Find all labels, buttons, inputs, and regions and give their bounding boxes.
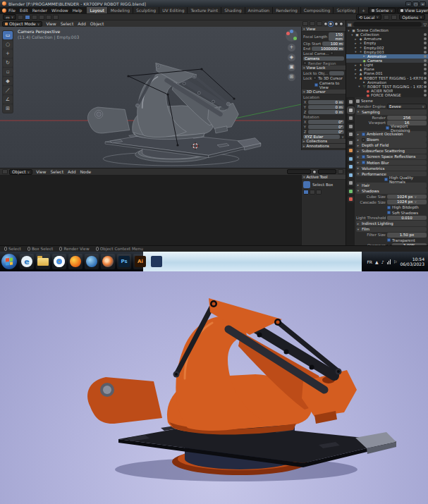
select-box-tool-icon[interactable] bbox=[303, 181, 310, 188]
visibility-eye-icon[interactable] bbox=[424, 72, 427, 75]
active-tool-dropdown[interactable]: ▭∨ bbox=[3, 14, 16, 20]
render-engine-dropdown[interactable]: Eevee∨ bbox=[387, 104, 427, 109]
action-center-flag-icon[interactable]: ⚐ bbox=[393, 259, 397, 264]
visibility-eye-icon[interactable] bbox=[424, 94, 427, 97]
zoom-icon[interactable]: + bbox=[288, 44, 295, 51]
visibility-eye-icon[interactable] bbox=[424, 63, 427, 66]
shader-menu-node[interactable]: Node bbox=[78, 169, 94, 174]
to-3d-cursor-checkbox[interactable] bbox=[313, 76, 317, 80]
properties-tab-world[interactable] bbox=[348, 140, 354, 146]
bone-joint[interactable] bbox=[176, 144, 178, 146]
viewport-menu-view[interactable]: View bbox=[44, 21, 58, 26]
menu-file[interactable]: File bbox=[6, 8, 18, 13]
grid-toggle-icon[interactable]: ⊞ bbox=[288, 73, 295, 81]
properties-tab-render[interactable] bbox=[348, 107, 354, 113]
shader-mode-dropdown[interactable]: Object∨ bbox=[9, 169, 32, 175]
hidden-icons-arrow[interactable]: ▲ bbox=[375, 259, 379, 264]
tool-rotate[interactable]: ↻ bbox=[3, 59, 13, 67]
viewport-menu-add[interactable]: Add bbox=[75, 21, 88, 26]
active-tool-header[interactable]: ▾Active Tool bbox=[302, 175, 346, 180]
view-end-field[interactable]: 1000000 m bbox=[312, 47, 344, 51]
language-indicator[interactable]: FR bbox=[367, 259, 372, 264]
visibility-eye-icon[interactable] bbox=[424, 77, 427, 80]
editor-type-icon[interactable] bbox=[2, 169, 8, 174]
properties-tab-particles[interactable] bbox=[348, 164, 354, 170]
properties-tab-view-layer[interactable] bbox=[348, 123, 354, 130]
transform-orientation-dropdown[interactable]: ⟲Local∨ bbox=[356, 14, 381, 20]
camera-select-field[interactable]: Camera bbox=[303, 56, 344, 61]
prop-soft-shadows-checkbox[interactable] bbox=[387, 211, 391, 214]
taskbar-icon-chrome[interactable] bbox=[52, 254, 66, 269]
axis-z-handle[interactable] bbox=[290, 30, 293, 33]
taskbar-icon-firefox[interactable] bbox=[68, 254, 82, 269]
shading-rendered-icon[interactable] bbox=[339, 22, 343, 26]
scene-selector[interactable]: Scene∨ bbox=[369, 8, 396, 13]
visibility-eye-icon[interactable] bbox=[424, 51, 427, 54]
camera-view-icon[interactable]: ▣ bbox=[288, 63, 295, 71]
filter-icon[interactable]: ▽ bbox=[423, 22, 427, 27]
shader-menu-view[interactable]: View bbox=[34, 169, 48, 174]
shading-material-icon[interactable] bbox=[334, 22, 338, 26]
lock-object-field[interactable] bbox=[329, 71, 344, 75]
properties-tab-material[interactable] bbox=[348, 196, 354, 202]
collections-panel-header[interactable]: ▸Collections bbox=[302, 139, 346, 144]
tool-annotate[interactable]: ／ bbox=[3, 86, 13, 94]
properties-tab-constraints[interactable] bbox=[348, 180, 354, 186]
shading-solid-icon[interactable] bbox=[329, 22, 333, 26]
taskbar-icon-file-explorer[interactable] bbox=[36, 254, 50, 269]
prop-screen-space-reflections-checkbox[interactable] bbox=[362, 155, 365, 159]
viewport-menu-object[interactable]: Object bbox=[88, 21, 106, 26]
menu-edit[interactable]: Edit bbox=[18, 8, 30, 13]
tool-settings-icon-1[interactable] bbox=[25, 15, 30, 20]
start-button[interactable] bbox=[1, 254, 17, 269]
menu-window[interactable]: Window bbox=[49, 8, 71, 13]
cursor-rotation-y[interactable]: 0° bbox=[308, 125, 344, 129]
cursor-rotation-z[interactable]: 0° bbox=[308, 130, 344, 134]
workspace-tab-texture-paint[interactable]: Texture Paint bbox=[188, 7, 221, 13]
tool-cursor[interactable]: ○ bbox=[3, 40, 13, 49]
properties-tab-object[interactable] bbox=[348, 147, 354, 154]
pin-icon[interactable] bbox=[338, 169, 343, 174]
tool-add-primitive[interactable]: ⊞ bbox=[3, 104, 13, 113]
workspace-tab-sculpting[interactable]: Sculpting bbox=[133, 7, 159, 13]
properties-tab-scene[interactable] bbox=[348, 131, 354, 137]
visibility-eye-icon[interactable] bbox=[424, 59, 427, 62]
tool-settings-icon-0[interactable] bbox=[18, 15, 23, 20]
workspace-tab-rendering[interactable]: Rendering bbox=[273, 7, 301, 13]
prop-render-field[interactable]: 256 bbox=[387, 116, 427, 120]
prop-bloom-section[interactable]: ▸Bloom bbox=[356, 137, 427, 142]
workspace-tab-compositing[interactable]: Compositing bbox=[301, 7, 334, 13]
taskbar-icon-photoshop[interactable]: Ps bbox=[117, 254, 131, 269]
tool-scale[interactable]: ▫ bbox=[3, 68, 13, 76]
taskbar-icon-blender[interactable] bbox=[101, 254, 115, 269]
prop-cascade-size-field[interactable]: 1024 px∨ bbox=[387, 199, 427, 204]
workspace-tab-layout[interactable]: Layout bbox=[87, 7, 107, 13]
overlays-toggle-icon[interactable] bbox=[310, 21, 315, 26]
prop-bloom-checkbox[interactable] bbox=[362, 138, 365, 142]
workspace-tab-uv-editing[interactable]: UV Editing bbox=[159, 7, 188, 13]
bone-joint[interactable] bbox=[200, 68, 202, 70]
display-mode-icon[interactable]: ▤ bbox=[348, 22, 352, 27]
visibility-eye-icon[interactable] bbox=[424, 42, 427, 44]
prop-shadows-section[interactable]: ▾Shadows bbox=[356, 188, 427, 194]
bone-joint[interactable] bbox=[166, 93, 169, 95]
cursor-location-x[interactable]: 0 m bbox=[308, 100, 344, 104]
bone-joint[interactable] bbox=[233, 97, 235, 99]
properties-tab-tool[interactable] bbox=[348, 99, 354, 105]
tool-move[interactable]: + bbox=[3, 49, 13, 58]
annotations-panel-header[interactable]: ▸Annotations bbox=[302, 144, 346, 149]
visibility-eye-icon[interactable] bbox=[424, 33, 427, 36]
prop-cube-size-field[interactable]: 1024 px∨ bbox=[387, 195, 427, 199]
prop-viewport-denoising-checkbox[interactable] bbox=[386, 126, 389, 130]
navigation-gizmo[interactable] bbox=[286, 30, 298, 42]
render-region-checkbox[interactable] bbox=[303, 61, 307, 65]
visibility-eye-icon[interactable] bbox=[424, 55, 427, 58]
prop-screen-space-reflections-section[interactable]: ▸Screen Space Reflections bbox=[356, 154, 427, 160]
view-lock-panel-header[interactable]: ▾View Lock bbox=[302, 66, 346, 70]
taskbar-icon-app-blue[interactable] bbox=[149, 254, 164, 269]
prop-high-bitdepth-checkbox[interactable] bbox=[387, 206, 391, 209]
workspace-tab-animation[interactable]: Animation bbox=[245, 7, 274, 13]
workspace-tab-modeling[interactable]: Modeling bbox=[108, 7, 133, 13]
tool-settings-icon-3[interactable] bbox=[39, 15, 44, 20]
network-icon[interactable] bbox=[387, 259, 391, 264]
